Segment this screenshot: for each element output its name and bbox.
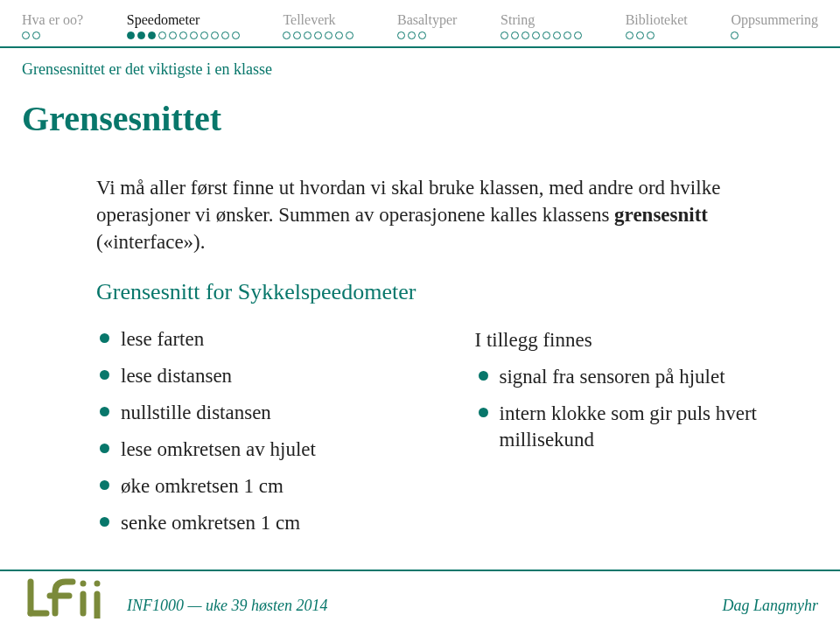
slide-subtitle: Grensesnittet er det viktigste i en klas… xyxy=(0,48,840,79)
nav-label: Basaltyper xyxy=(397,12,457,28)
nav-progress-dots xyxy=(500,31,582,39)
nav-progress-dots xyxy=(731,31,818,39)
list-item: signal fra sensoren på hjulet xyxy=(475,364,793,390)
progress-dot-icon xyxy=(283,31,290,39)
nav-progress-dots xyxy=(22,31,83,39)
list-item: senke omkretsen 1 cm xyxy=(96,510,414,536)
nav-label: Hva er oo? xyxy=(22,12,83,28)
nav-progress-dots xyxy=(397,31,457,39)
nav-label: Speedometer xyxy=(127,12,240,28)
list-item: lese distansen xyxy=(96,363,414,389)
left-column: lese fartenlese distansennullstille dist… xyxy=(96,326,414,546)
nav-item-6[interactable]: Oppsummering xyxy=(731,12,818,39)
nav-item-1[interactable]: Speedometer xyxy=(127,12,240,39)
progress-dot-icon xyxy=(293,31,301,39)
progress-dot-icon xyxy=(304,31,312,39)
progress-dot-icon xyxy=(232,31,240,39)
intro-paragraph: Vi må aller først finne ut hvordan vi sk… xyxy=(96,174,792,255)
footer-course: INF1000 — uke 39 høsten 2014 xyxy=(127,597,327,619)
progress-dot-icon xyxy=(574,31,582,39)
svg-point-4 xyxy=(80,581,87,587)
nav-progress-dots xyxy=(283,31,354,39)
nav-item-4[interactable]: String xyxy=(500,12,582,39)
progress-dot-icon xyxy=(335,31,343,39)
progress-dot-icon xyxy=(553,31,561,39)
progress-dot-icon xyxy=(148,31,156,39)
progress-dot-icon xyxy=(211,31,219,39)
progress-dot-icon xyxy=(511,31,519,39)
progress-dot-icon xyxy=(397,31,405,39)
slide-title: Grensesnittet xyxy=(0,79,840,148)
progress-dot-icon xyxy=(325,31,332,39)
para-bold: grensesnitt xyxy=(614,204,708,226)
progress-dot-icon xyxy=(532,31,540,39)
progress-dot-icon xyxy=(137,31,145,39)
footer: INF1000 — uke 39 høsten 2014 Dag Langmyh… xyxy=(0,570,840,619)
footer-author: Dag Langmyhr xyxy=(722,597,818,619)
para-text-2: («interface»). xyxy=(96,231,206,253)
progress-dot-icon xyxy=(418,31,426,39)
nav-label: Biblioteket xyxy=(626,12,688,28)
footer-divider xyxy=(0,570,840,571)
progress-dot-icon xyxy=(636,31,644,39)
list-item: øke omkretsen 1 cm xyxy=(96,473,414,500)
slide-body: Vi må aller først finne ut hvordan vi sk… xyxy=(0,148,840,547)
progress-dot-icon xyxy=(731,31,738,39)
progress-dot-icon xyxy=(522,31,529,39)
nav-progress-dots xyxy=(127,31,240,39)
nav-item-3[interactable]: Basaltyper xyxy=(397,12,457,39)
progress-dot-icon xyxy=(500,31,508,39)
nav-label: Telleverk xyxy=(283,12,354,28)
nav-progress-dots xyxy=(626,31,688,39)
progress-dot-icon xyxy=(32,31,40,39)
progress-dot-icon xyxy=(221,31,229,39)
nav-item-2[interactable]: Telleverk xyxy=(283,12,354,39)
nav-item-0[interactable]: Hva er oo? xyxy=(22,12,83,39)
list-item: nullstille distansen xyxy=(96,400,414,426)
svg-point-6 xyxy=(94,581,101,587)
progress-dot-icon xyxy=(127,31,135,39)
nav-item-5[interactable]: Biblioteket xyxy=(626,12,688,39)
progress-dot-icon xyxy=(346,31,354,39)
progress-dot-icon xyxy=(314,31,322,39)
left-bullets: lese fartenlese distansennullstille dist… xyxy=(96,326,414,535)
progress-dot-icon xyxy=(22,31,30,39)
progress-dot-icon xyxy=(179,31,187,39)
progress-dot-icon xyxy=(190,31,198,39)
right-column: I tillegg finnes signal fra sensoren på … xyxy=(475,326,793,546)
list-item: intern klokke som gir puls hvert millise… xyxy=(475,401,793,453)
nav-label: String xyxy=(500,12,582,28)
section-nav: Hva er oo?SpeedometerTelleverkBasaltyper… xyxy=(0,0,840,41)
list-item: lese omkretsen av hjulet xyxy=(96,437,414,463)
section-heading: Grensesnitt for Sykkelspeedometer xyxy=(96,276,792,307)
right-lead: I tillegg finnes xyxy=(475,326,793,353)
columns: lese fartenlese distansennullstille dist… xyxy=(96,326,792,546)
progress-dot-icon xyxy=(169,31,177,39)
right-bullets: signal fra sensoren på hjuletintern klok… xyxy=(475,364,793,453)
progress-dot-icon xyxy=(626,31,634,39)
nav-label: Oppsummering xyxy=(731,12,818,28)
ifi-logo-icon xyxy=(22,577,109,619)
list-item: lese farten xyxy=(96,326,414,353)
progress-dot-icon xyxy=(542,31,550,39)
progress-dot-icon xyxy=(408,31,416,39)
progress-dot-icon xyxy=(158,31,166,39)
progress-dot-icon xyxy=(564,31,571,39)
progress-dot-icon xyxy=(200,31,208,39)
progress-dot-icon xyxy=(647,31,654,39)
